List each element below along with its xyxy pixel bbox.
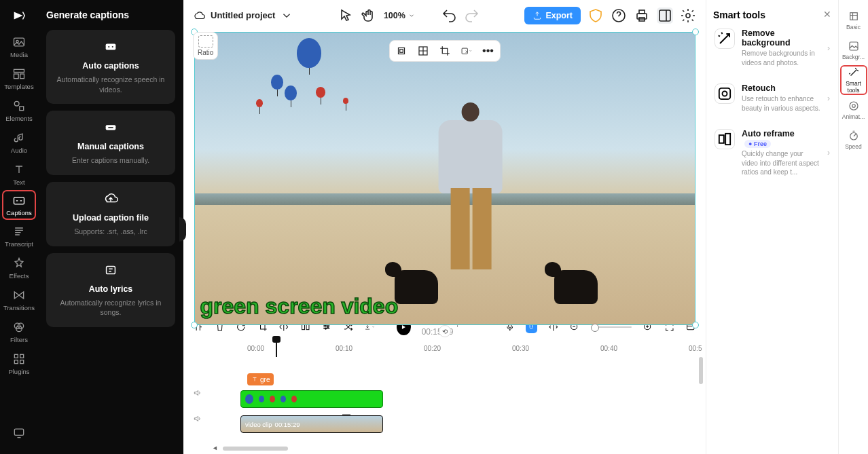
card-desc: Enter captions manually. <box>53 155 168 166</box>
zoom-slider[interactable] <box>591 326 632 328</box>
left-rail: Media Templates Elements Audio Text Capt… <box>0 0 38 454</box>
grid-icon[interactable] <box>417 45 429 57</box>
cloud-icon <box>193 10 205 22</box>
svg-rect-42 <box>850 13 857 20</box>
captions-panel: Generate captions Auto captions Automati… <box>38 0 183 454</box>
rail-feedback[interactable] <box>0 422 38 454</box>
clip-handle[interactable] <box>342 414 350 415</box>
project-title[interactable]: Untitled project <box>193 10 293 22</box>
inspector-panel: ✕ Smart tools Remove backgroundRemove ba… <box>706 0 838 454</box>
resize-handle[interactable] <box>191 322 198 328</box>
svg-rect-6 <box>20 106 24 110</box>
crop-icon[interactable] <box>439 45 451 57</box>
undo-button[interactable] <box>441 7 457 24</box>
card-desc: Supports: .srt, .ass, .lrc <box>53 227 168 237</box>
auto-reframe-tool[interactable]: Auto reframeFreeQuickly change your vide… <box>713 121 831 185</box>
rail-elements[interactable]: Elements <box>0 94 38 126</box>
video-clip[interactable]: video clip 00:15:29 <box>240 415 383 433</box>
rail-effects[interactable]: Effects <box>0 252 38 284</box>
svg-point-5 <box>14 101 19 106</box>
canvas-toolbar: ••• <box>389 40 501 62</box>
resize-handle[interactable] <box>692 29 699 35</box>
balloon-icon <box>271 75 283 90</box>
tab-animation[interactable]: Animat... <box>840 95 867 125</box>
redo-button[interactable] <box>464 7 480 24</box>
crop-center-icon[interactable] <box>395 45 408 57</box>
layout-toggle-icon[interactable] <box>657 7 673 24</box>
auto-lyrics-card[interactable]: Auto lyrics Automatically recognize lyri… <box>46 253 175 327</box>
print-icon[interactable] <box>634 7 650 24</box>
more-icon[interactable]: ••• <box>482 45 494 57</box>
card-title: Auto lyrics <box>53 284 168 294</box>
tab-speed[interactable]: Speed <box>840 125 867 155</box>
rail-captions[interactable]: Captions <box>2 190 36 220</box>
svg-point-24 <box>686 14 690 18</box>
tab-background[interactable]: Backgr... <box>840 35 867 65</box>
cursor-tool[interactable] <box>338 7 354 24</box>
overlay-clip[interactable] <box>240 390 383 408</box>
tick-label: 00:40 <box>600 345 617 352</box>
tab-basic[interactable]: Basic <box>840 5 867 35</box>
manual-captions-card[interactable]: Manual captions Enter captions manually. <box>46 111 175 175</box>
rail-media[interactable]: Media <box>0 31 38 62</box>
rail-label: Filters <box>10 336 28 343</box>
rail-label: Text <box>13 178 24 186</box>
svg-rect-16 <box>106 43 116 50</box>
tool-desc: Use retouch to enhance beauty in various… <box>742 94 820 113</box>
shield-icon[interactable] <box>587 7 604 24</box>
balloon-icon <box>285 86 297 100</box>
inspector-title: Smart tools <box>713 10 831 20</box>
video-caption: green screen video <box>200 294 399 319</box>
project-name: Untitled project <box>211 10 275 20</box>
video-frame[interactable]: green screen video <box>194 32 695 325</box>
text-clip[interactable]: gre <box>247 373 274 385</box>
hand-tool[interactable] <box>361 7 377 24</box>
rail-templates[interactable]: Templates <box>0 62 38 94</box>
svg-point-33 <box>325 328 327 330</box>
chevron-right-icon: › <box>827 43 830 53</box>
horizontal-scrollbar[interactable] <box>213 446 383 453</box>
chevron-right-icon: › <box>827 94 830 103</box>
ratio-button[interactable]: Ratio <box>193 32 218 60</box>
rail-filters[interactable]: Filters <box>0 316 38 347</box>
speaker-icon[interactable] <box>193 414 213 426</box>
svg-point-44 <box>850 102 858 110</box>
rail-plugins[interactable]: Plugins <box>0 347 38 379</box>
rail-transitions[interactable]: Transitions <box>0 284 38 316</box>
upload-caption-card[interactable]: Upload caption file Supports: .srt, .ass… <box>46 182 175 246</box>
playhead[interactable] <box>276 340 277 357</box>
balloon-icon <box>297 38 321 68</box>
right-rail: Basic Backgr... Smart tools Animat... Sp… <box>838 0 868 454</box>
rail-transcript[interactable]: Transcript <box>0 220 38 252</box>
vertical-scrollbar[interactable] <box>699 357 706 452</box>
reframe-icon <box>715 129 735 149</box>
tool-title: Retouch <box>742 83 820 93</box>
video-canvas[interactable]: green screen video ⟲ <box>194 32 695 325</box>
tick-label: 00:30 <box>512 345 529 352</box>
rail-audio[interactable]: Audio <box>0 126 38 158</box>
settings-icon[interactable] <box>680 7 696 24</box>
zoom-level[interactable]: 100% <box>384 11 415 20</box>
retouch-tool[interactable]: RetouchUse retouch to enhance beauty in … <box>713 75 831 121</box>
help-icon[interactable] <box>611 7 627 24</box>
rail-label: Media <box>10 51 28 58</box>
main: Untitled project 100% Export Ratio ••• <box>183 0 706 454</box>
rail-text[interactable]: Text <box>0 158 38 190</box>
timeline[interactable]: 00:00 00:10 00:20 00:30 00:40 00:5 gre v… <box>183 342 706 454</box>
svg-rect-38 <box>719 88 730 99</box>
ruler[interactable]: 00:00 00:10 00:20 00:30 00:40 00:5 <box>213 342 706 357</box>
svg-point-39 <box>723 92 727 96</box>
resize-handle[interactable] <box>692 322 699 328</box>
topbar: Untitled project 100% Export <box>183 0 706 31</box>
export-button[interactable]: Export <box>524 7 581 24</box>
auto-captions-card[interactable]: Auto captions Automatically recognize sp… <box>46 30 175 104</box>
replace-icon[interactable] <box>460 45 473 57</box>
speaker-icon[interactable] <box>193 388 213 400</box>
tab-smart-tools[interactable]: Smart tools <box>840 65 867 95</box>
rail-label: Transitions <box>3 304 35 311</box>
close-icon[interactable]: ✕ <box>823 10 831 19</box>
reset-transform-icon[interactable]: ⟲ <box>439 325 451 337</box>
remove-background-tool[interactable]: Remove backgroundRemove backgrounds in v… <box>713 20 831 75</box>
app-logo[interactable] <box>0 0 38 31</box>
svg-point-45 <box>852 105 855 108</box>
